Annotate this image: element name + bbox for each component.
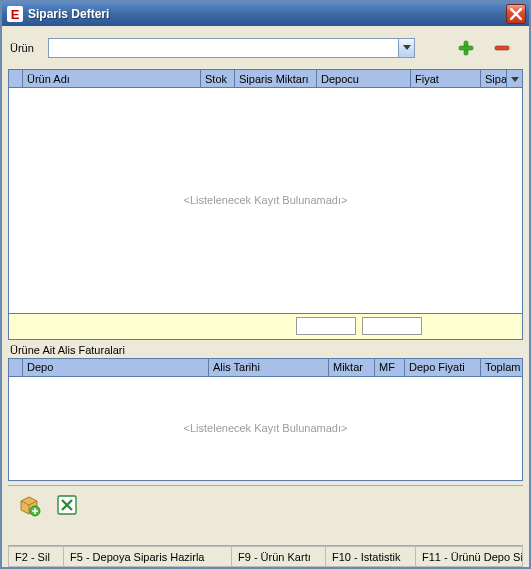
top-toolbar: Ürün [8, 31, 523, 65]
combo-dropdown-button[interactable] [398, 39, 414, 57]
bottom-icon-bar [8, 485, 523, 523]
col-siparis-miktari[interactable]: Siparis Miktarı [235, 70, 317, 88]
package-add-icon [17, 493, 41, 517]
urun-combo[interactable] [48, 38, 415, 58]
remove-button[interactable] [491, 37, 513, 59]
col-stok[interactable]: Stok [201, 70, 235, 88]
window-title: Siparis Defteri [28, 7, 109, 21]
status-f11[interactable]: F11 - Ürünü Depo Siparis Lis [416, 546, 523, 567]
col-miktar[interactable]: Miktar [329, 358, 375, 376]
summary-box-2 [362, 317, 422, 335]
app-icon: E [7, 6, 23, 22]
chevron-down-icon [511, 77, 519, 83]
top-grid-empty-text: <Listelenecek Kayıt Bulunamadı> [184, 194, 348, 206]
add-button[interactable] [455, 37, 477, 59]
col-depo-fiyati[interactable]: Depo Fiyati [405, 358, 481, 376]
excel-icon [55, 493, 79, 517]
svg-rect-2 [495, 46, 509, 50]
status-f9[interactable]: F9 - Ürün Kartı [232, 546, 326, 567]
top-grid: Ürün Adı Stok Siparis Miktarı Depocu Fiy… [8, 69, 523, 340]
top-grid-body[interactable]: <Listelenecek Kayıt Bulunamadı> [8, 88, 523, 314]
app-window: E Siparis Defteri Ürün [0, 0, 531, 569]
col-toplam[interactable]: Toplam [481, 358, 523, 376]
top-grid-summary [8, 314, 523, 340]
column-chooser-button[interactable] [507, 70, 523, 88]
col-depocu[interactable]: Depocu [317, 70, 411, 88]
bottom-grid: Depo Alis Tarihi Miktar MF Depo Fiyati T… [8, 358, 523, 481]
row-indicator-header [9, 358, 23, 376]
toolbar-icons [455, 37, 523, 59]
col-mf[interactable]: MF [375, 358, 405, 376]
chevron-down-icon [403, 45, 411, 51]
excel-export-button[interactable] [54, 492, 80, 518]
package-add-button[interactable] [16, 492, 42, 518]
close-icon [510, 8, 522, 20]
bottom-grid-body[interactable]: <Listelenecek Kayıt Bulunamadı> [8, 377, 523, 481]
status-f2[interactable]: F2 - Sil [8, 546, 64, 567]
bottom-grid-empty-text: <Listelenecek Kayıt Bulunamadı> [184, 422, 348, 434]
col-alis-tarihi[interactable]: Alis Tarihi [209, 358, 329, 376]
minus-icon [493, 39, 511, 57]
col-depo[interactable]: Depo [23, 358, 209, 376]
bottom-grid-header: Depo Alis Tarihi Miktar MF Depo Fiyati T… [8, 358, 523, 377]
invoices-section-label: Ürüne Ait Alis Faturalari [8, 340, 523, 358]
col-siparis-t[interactable]: Sipariş T [481, 70, 507, 88]
top-grid-header: Ürün Adı Stok Siparis Miktarı Depocu Fiy… [8, 69, 523, 88]
close-button[interactable] [506, 4, 526, 24]
svg-rect-1 [459, 46, 473, 50]
summary-box-1 [296, 317, 356, 335]
content-area: Ürün [2, 26, 529, 567]
col-urun-adi[interactable]: Ürün Adı [23, 70, 201, 88]
row-indicator-header [9, 70, 23, 88]
col-fiyat[interactable]: Fiyat [411, 70, 481, 88]
titlebar: E Siparis Defteri [2, 0, 529, 26]
status-f5[interactable]: F5 - Depoya Siparis Hazirla [64, 546, 232, 567]
urun-label: Ürün [8, 42, 48, 54]
plus-icon [457, 39, 475, 57]
statusbar: F2 - Sil F5 - Depoya Siparis Hazirla F9 … [8, 545, 523, 567]
urun-input[interactable] [49, 39, 398, 57]
status-f10[interactable]: F10 - Istatistik [326, 546, 416, 567]
